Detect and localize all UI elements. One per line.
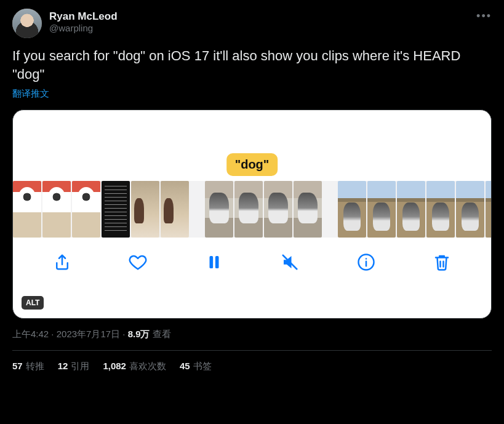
clip-group[interactable] <box>338 181 492 238</box>
pause-icon[interactable] <box>204 252 225 273</box>
time: 上午4:42 <box>12 329 49 339</box>
caption-bubble: "dog" <box>226 153 278 176</box>
date: 2023年7月17日 <box>57 329 120 339</box>
thumbnail <box>205 181 233 238</box>
stat-bookmarks[interactable]: 45 书签 <box>180 361 212 372</box>
stat-quotes[interactable]: 12 引用 <box>58 361 90 372</box>
tweet-text: If you search for "dog" on iOS 17 it'll … <box>12 47 492 83</box>
clip-group-focused[interactable] <box>205 181 322 238</box>
thumbnail <box>486 181 492 238</box>
share-icon[interactable] <box>52 252 73 273</box>
stat-likes[interactable]: 1,082 喜欢次数 <box>103 361 166 372</box>
clip-group[interactable] <box>13 181 189 238</box>
thumbnail <box>102 181 130 238</box>
alt-badge[interactable]: ALT <box>22 296 44 310</box>
thumbnail <box>294 181 322 238</box>
heart-icon[interactable] <box>127 252 148 273</box>
views-label: 查看 <box>150 329 171 339</box>
media-toolbar <box>13 238 491 287</box>
thumbnail <box>131 181 159 238</box>
thumbnail <box>72 181 100 238</box>
stats-row: 57 转推 12 引用 1,082 喜欢次数 45 书签 <box>12 361 492 372</box>
svg-rect-1 <box>215 256 219 268</box>
stat-retweets[interactable]: 57 转推 <box>12 361 44 372</box>
divider <box>12 350 492 351</box>
video-timeline[interactable] <box>13 181 491 238</box>
thumbnail <box>264 181 292 238</box>
thumbnail <box>397 181 425 238</box>
author-names[interactable]: Ryan McLeod @warpling <box>49 9 118 34</box>
media-card[interactable]: "dog" <box>12 110 492 319</box>
thumbnail <box>234 181 263 238</box>
svg-point-5 <box>366 258 367 260</box>
thumbnail <box>367 181 396 238</box>
display-name: Ryan McLeod <box>49 10 118 23</box>
thumbnail <box>338 181 366 238</box>
thumbnail <box>426 181 455 238</box>
thumbnail <box>456 181 484 238</box>
tweet-container: Ryan McLeod @warpling ••• If you search … <box>0 0 504 372</box>
thumbnail <box>13 181 41 238</box>
svg-rect-0 <box>209 256 213 268</box>
tweet-header: Ryan McLeod @warpling ••• <box>12 9 492 38</box>
more-icon[interactable]: ••• <box>476 10 492 23</box>
thumbnail <box>42 181 71 238</box>
handle: @warpling <box>49 23 118 34</box>
info-icon[interactable] <box>356 252 377 273</box>
mute-icon[interactable] <box>279 252 300 273</box>
thumbnail <box>161 181 189 238</box>
tweet-meta[interactable]: 上午4:42 · 2023年7月17日 · 8.9万 查看 <box>12 329 492 340</box>
translate-link[interactable]: 翻译推文 <box>12 88 492 100</box>
trash-icon[interactable] <box>431 252 452 273</box>
media-upper: "dog" <box>13 110 491 181</box>
avatar[interactable] <box>12 9 42 38</box>
views-count: 8.9万 <box>128 329 150 339</box>
